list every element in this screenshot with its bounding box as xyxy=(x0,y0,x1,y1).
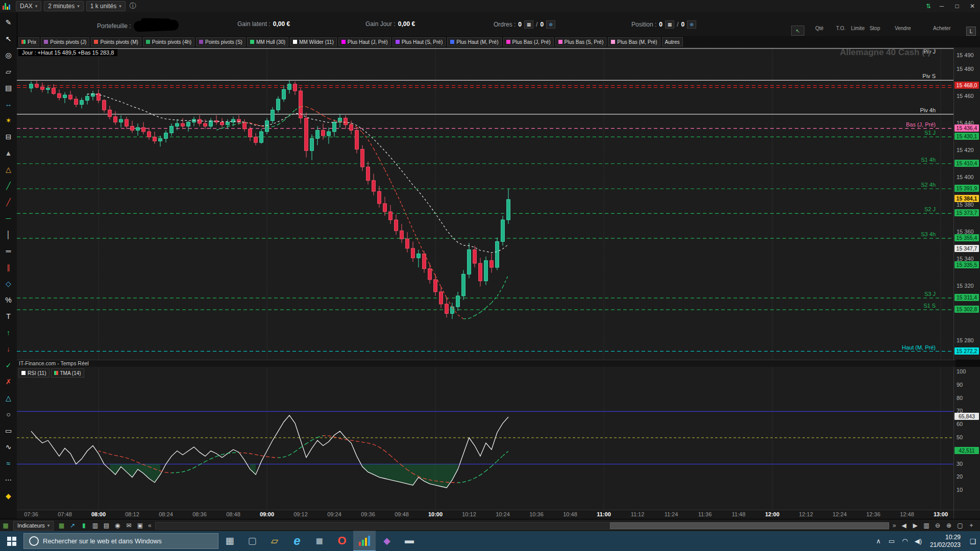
print-icon[interactable]: ▤ xyxy=(101,520,112,531)
app-media[interactable]: ◼ xyxy=(308,531,331,550)
legend-item-plus-haut-s-pr[interactable]: Plus Haut (S, Pré) xyxy=(393,37,446,46)
units-selector[interactable]: 1 k unités ▾ xyxy=(86,1,126,11)
start-button[interactable] xyxy=(0,531,23,551)
tray-network-icon[interactable]: ◠ xyxy=(898,531,912,551)
mail-icon[interactable]: ✉ xyxy=(123,520,134,531)
zoom-out-icon[interactable]: ⊖ xyxy=(932,520,943,531)
legend-item-mm-wilder-11[interactable]: MM Wilder (11) xyxy=(290,37,337,46)
notification-icon[interactable]: ❏ xyxy=(966,531,980,551)
scrollbar-thumb[interactable] xyxy=(610,522,889,529)
legend-item-autres[interactable]: Autres xyxy=(662,37,683,46)
percent-tool[interactable]: % xyxy=(0,293,17,307)
triangle-tool[interactable]: △ xyxy=(0,391,17,405)
nav-left-icon[interactable]: ◀ xyxy=(898,520,910,531)
indicators-dropdown[interactable]: Indicateurs ▾ xyxy=(13,521,54,531)
channel-tool[interactable]: ∥ xyxy=(0,261,17,274)
chart-scrollbar[interactable] xyxy=(155,522,889,530)
cursor-tool[interactable]: ↖ xyxy=(0,32,17,45)
shapes-tool[interactable]: ▲ xyxy=(0,146,17,160)
price-axis[interactable]: 15 49015 48015 46015 44015 42015 40015 3… xyxy=(953,47,980,360)
copy-tool[interactable]: ▤ xyxy=(0,81,17,94)
cross-tool[interactable]: ✗ xyxy=(0,375,17,388)
legend-item-plus-haut-m-pr[interactable]: Plus Haut (M, Pré) xyxy=(447,37,501,46)
zoom-in-icon[interactable]: ⊕ xyxy=(943,520,954,531)
legend-item-plus-bas-m-pr[interactable]: Plus Bas (M, Pré) xyxy=(608,37,660,46)
long-button[interactable]: L xyxy=(966,27,976,36)
taskbar-search[interactable]: Rechercher sur le web et dans Windows xyxy=(23,533,218,549)
legend-item-points-pivots-4h[interactable]: Points pivots (4h) xyxy=(143,37,194,46)
trash-tool[interactable]: ⊟ xyxy=(0,130,17,143)
segment-tool[interactable]: ─ xyxy=(0,212,17,225)
app-file-explorer[interactable]: ▱ xyxy=(263,531,286,550)
scroll-right-button[interactable]: » xyxy=(890,522,898,529)
position-list-icon[interactable]: ▦ xyxy=(665,20,674,29)
legend-item-plus-bas-s-pr[interactable]: Plus Bas (S, Pré) xyxy=(555,37,607,46)
tray-volume-icon[interactable]: ◀) xyxy=(912,531,925,551)
close-button[interactable]: ✕ xyxy=(965,0,980,12)
bar-style-icon[interactable]: ▥ xyxy=(89,520,101,531)
mini-chart-icon[interactable]: ▦ xyxy=(56,520,67,531)
legend-item-mm-hull-30[interactable]: MM Hull (30) xyxy=(247,37,288,46)
candle-style-icon[interactable]: ▮ xyxy=(78,520,89,531)
zoom-tool[interactable]: ◎ xyxy=(0,48,17,62)
legend-item-prix[interactable]: Prix xyxy=(18,37,39,46)
arrow-down-tool[interactable]: ↓ xyxy=(0,342,17,356)
wand-tool[interactable]: ✶ xyxy=(0,114,17,127)
check-tool[interactable]: ✓ xyxy=(0,359,17,372)
app-opera[interactable]: O xyxy=(331,531,353,550)
app-trading[interactable] xyxy=(353,531,376,551)
ellipse-tool[interactable]: ○ xyxy=(0,408,17,421)
orders-list-icon[interactable]: ▦ xyxy=(524,20,533,29)
symbol-selector[interactable]: DAX ▾ xyxy=(16,1,41,11)
ray-tool[interactable]: ╱ xyxy=(0,195,17,209)
rect-tool[interactable]: ▭ xyxy=(0,424,17,437)
position-settings-icon[interactable]: ⊛ xyxy=(687,20,696,29)
scroll-left-button[interactable]: « xyxy=(145,522,154,529)
calendar-icon[interactable]: ▥ xyxy=(921,520,932,531)
move-tool[interactable]: ↔ xyxy=(0,97,17,111)
cone-tool[interactable]: △ xyxy=(0,163,17,176)
taskbar-clock[interactable]: 10:29 21/02/2023 xyxy=(930,534,961,549)
fit-screen-icon[interactable]: ▢ xyxy=(954,520,966,531)
pointer-icon[interactable]: ↖ xyxy=(791,26,804,36)
app-video[interactable]: ▬ xyxy=(398,531,421,550)
legend-item-points-pivots-s[interactable]: Points pivots (S) xyxy=(196,37,246,46)
ruler-tool[interactable]: ▱ xyxy=(0,65,17,78)
crosshair-icon[interactable]: + xyxy=(966,520,977,531)
info-icon[interactable]: ⓘ xyxy=(130,2,136,11)
tray-tablet-icon[interactable]: ▭ xyxy=(885,531,898,551)
minimize-button[interactable]: ─ xyxy=(934,0,949,12)
legend-item-points-pivots-j[interactable]: Points pivots (J) xyxy=(41,37,89,46)
rsi-legend-item-rsi-11[interactable]: RSI (11) xyxy=(18,368,50,378)
timeframe-selector[interactable]: 2 minutes ▾ xyxy=(44,1,84,11)
orders-settings-icon[interactable]: ⊛ xyxy=(546,20,555,29)
app-edge[interactable]: e xyxy=(286,531,308,550)
legend-item-plus-bas-j-pr[interactable]: Plus Bas (J, Pré) xyxy=(503,37,554,46)
share-icon[interactable]: ↗ xyxy=(67,520,78,531)
save-icon[interactable]: ▣ xyxy=(134,520,145,531)
more-tool[interactable]: ⋯ xyxy=(0,473,17,486)
pattern-tool[interactable]: ◇ xyxy=(0,277,17,290)
mini-chart-icon[interactable]: ▦ xyxy=(0,520,11,531)
snapshot-icon[interactable]: ◉ xyxy=(112,520,123,531)
app-monitor[interactable]: ▢ xyxy=(241,531,263,550)
arrow-up-tool[interactable]: ↑ xyxy=(0,326,17,339)
zigzag-tool[interactable]: ≈ xyxy=(0,457,17,470)
trendline-tool[interactable]: ╱ xyxy=(0,179,17,192)
vertical-line-tool[interactable]: │ xyxy=(0,228,17,241)
app-purple[interactable]: ◆ xyxy=(376,531,398,550)
wave-tool[interactable]: ∿ xyxy=(0,440,17,454)
task-view-button[interactable]: ▦ xyxy=(218,531,241,550)
maximize-button[interactable]: □ xyxy=(949,0,965,12)
rsi-panel[interactable]: RSI (11)TMA (14) xyxy=(17,367,953,510)
palette-tool[interactable]: ◆ xyxy=(0,489,17,503)
horizontal-line-tool[interactable]: ═ xyxy=(0,244,17,258)
main-chart-area[interactable]: Piv JPiv SPiv 4hBas (J, Pré)S1 JS1 4hS2 … xyxy=(17,47,953,360)
rsi-legend-item-tma-14[interactable]: TMA (14) xyxy=(51,368,84,378)
legend-item-points-pivots-m[interactable]: Points pivots (M) xyxy=(91,37,141,46)
nav-right-icon[interactable]: ▶ xyxy=(910,520,921,531)
text-tool[interactable]: T xyxy=(0,310,17,323)
draw-tool[interactable]: ✎ xyxy=(0,16,17,29)
legend-item-plus-haut-j-pr[interactable]: Plus Haut (J, Pré) xyxy=(338,37,391,46)
tray-chevron-icon[interactable]: ∧ xyxy=(872,531,885,551)
